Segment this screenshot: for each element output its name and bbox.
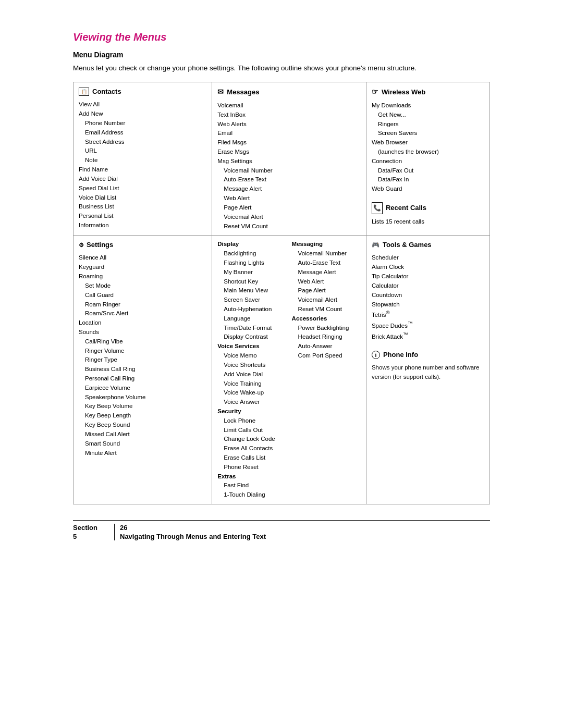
phone-info-description: Shows your phone number and software ver… [372, 363, 484, 382]
wireless-web-icon: ☞ [372, 87, 378, 98]
footer-page-number: 26 [120, 524, 266, 532]
recent-calls-icon: 📞 [372, 202, 383, 214]
footer-section-number: 5 [73, 533, 108, 540]
messages-header: Messages [227, 87, 259, 97]
phone-info-header: Phone Info [383, 350, 418, 360]
tools-games-list: Scheduler Alarm Clock Tip Calculator Cal… [372, 253, 484, 341]
messages-icon: ✉ [217, 87, 224, 98]
display-settings-cell: Display Backlighting Flashing Lights My … [212, 236, 366, 504]
menu-table: 📋 Contacts View All Add New Phone Number… [73, 82, 490, 504]
footer-section-title: Navigating Through Menus and Entering Te… [120, 533, 266, 540]
settings-list: Silence All Keyguard Roaming Set Mode Ca… [79, 253, 206, 458]
phone-info-icon: i [372, 351, 380, 359]
messages-cell: ✉ Messages Voicemail Text InBox Web Aler… [212, 82, 366, 236]
recent-calls-list: Lists 15 recent calls [372, 217, 484, 227]
section-title: Viewing the Menus [73, 31, 490, 43]
tools-games-cell: 🎮 Tools & Games Scheduler Alarm Clock Ti… [366, 236, 489, 504]
display-right-column: Messaging Voicemail Number Auto-Erase Te… [290, 240, 361, 500]
wireless-web-header: Wireless Web [382, 87, 425, 97]
settings-header: Settings [87, 240, 113, 250]
contacts-header: Contacts [92, 87, 121, 97]
page-footer: Section 5 26 Navigating Through Menus an… [73, 520, 490, 540]
footer-section-label: Section [73, 524, 108, 532]
tools-games-icon: 🎮 [372, 240, 380, 250]
messages-list: Voicemail Text InBox Web Alerts Email Fi… [217, 101, 361, 231]
menu-diagram-heading: Menu Diagram [73, 51, 490, 59]
recent-calls-header: Recent Calls [386, 203, 426, 213]
wireless-web-list: My Downloads Get New... Ringers Screen S… [372, 101, 484, 194]
contacts-list: View All Add New Phone Number Email Addr… [79, 100, 206, 230]
wireless-web-cell: ☞ Wireless Web My Downloads Get New... R… [366, 82, 489, 236]
contacts-cell: 📋 Contacts View All Add New Phone Number… [74, 82, 212, 236]
settings-cell: ⚙ Settings Silence All Keyguard Roaming … [74, 236, 212, 504]
settings-icon: ⚙ [79, 241, 83, 250]
contacts-icon: 📋 [79, 88, 89, 96]
intro-paragraph: Menus let you check or change your phone… [73, 63, 490, 73]
display-left-column: Display Backlighting Flashing Lights My … [217, 240, 289, 500]
tools-games-header: Tools & Games [383, 240, 432, 250]
